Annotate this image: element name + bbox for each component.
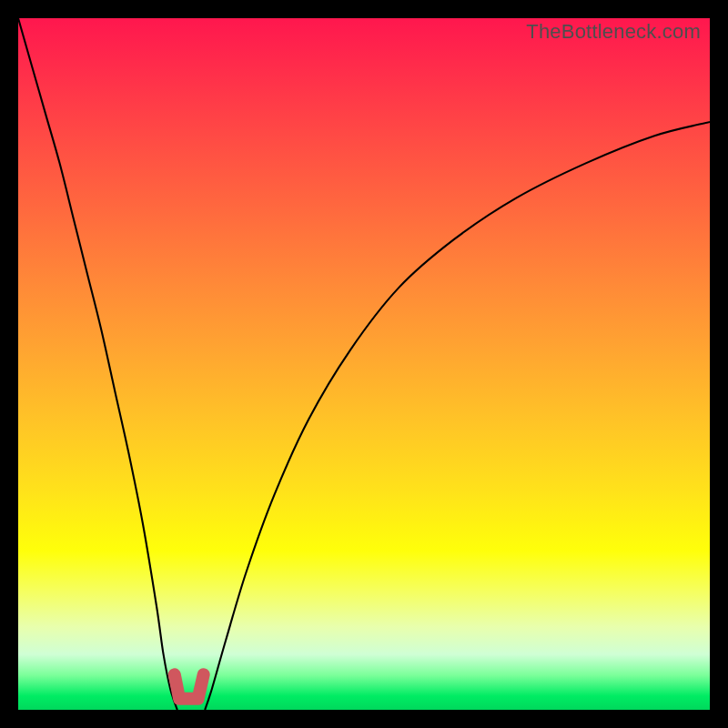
curve-b bbox=[205, 122, 710, 710]
valley-marker bbox=[175, 674, 204, 699]
curve-a bbox=[18, 18, 177, 710]
plot-area: TheBottleneck.com bbox=[18, 18, 710, 710]
curves-svg bbox=[18, 18, 710, 710]
chart-frame: TheBottleneck.com bbox=[0, 0, 728, 728]
